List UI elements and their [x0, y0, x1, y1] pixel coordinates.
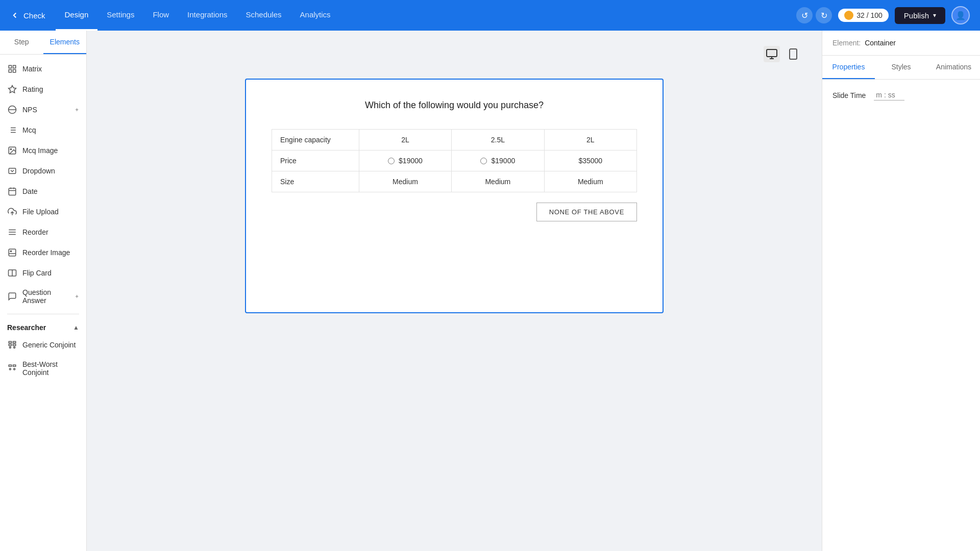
undo-button[interactable]: ↺: [796, 7, 813, 23]
avatar[interactable]: 👤: [951, 6, 970, 24]
researcher-chevron-icon: ▲: [73, 324, 79, 331]
option-2-engine: 2.5L: [452, 130, 544, 151]
sidebar-item-reorder[interactable]: Reorder: [0, 222, 86, 242]
nav-flow[interactable]: Flow: [143, 0, 178, 31]
svg-rect-35: [9, 365, 11, 366]
conjoint-table: Engine capacity 2L 2.5L 2L Price $19000: [272, 129, 637, 192]
sidebar-item-mcq[interactable]: Mcq: [0, 120, 86, 140]
nav-schedules[interactable]: Schedules: [237, 0, 291, 31]
sidebar-item-nps[interactable]: NPS ✦: [0, 99, 86, 120]
svg-rect-32: [13, 344, 16, 346]
option-3-engine: 2L: [544, 130, 636, 151]
svg-rect-31: [9, 344, 11, 346]
researcher-section[interactable]: Researcher ▲: [0, 318, 86, 335]
file-upload-icon: [7, 207, 17, 217]
mcq-label: Mcq: [22, 126, 36, 134]
nav-settings[interactable]: Settings: [97, 0, 143, 31]
table-row: Size Medium Medium Medium: [272, 171, 637, 192]
slide-time-row: Slide Time: [832, 90, 970, 101]
option-2-size: Medium: [452, 171, 544, 192]
generic-conjoint-icon: [7, 340, 17, 350]
tab-elements[interactable]: Elements: [43, 31, 87, 54]
sidebar-item-question-answer[interactable]: Question Answer ✦: [0, 283, 86, 310]
nps-icon: [7, 105, 17, 115]
table-row: Engine capacity 2L 2.5L 2L: [272, 130, 637, 151]
svg-rect-16: [9, 188, 16, 195]
sidebar-item-file-upload[interactable]: File Upload: [0, 202, 86, 222]
svg-point-25: [10, 251, 11, 252]
element-header: Element: Container: [822, 31, 980, 56]
sidebar-item-generic-conjoint[interactable]: Generic Conjoint: [0, 335, 86, 355]
date-icon: [7, 186, 17, 196]
element-label: Element:: [832, 39, 861, 47]
sidebar-item-best-worst-conjoint[interactable]: Best-Worst Conjoint: [0, 355, 86, 382]
svg-point-37: [9, 368, 11, 370]
reorder-label: Reorder: [22, 228, 48, 236]
redo-button[interactable]: ↻: [816, 7, 832, 23]
svg-point-33: [9, 346, 11, 348]
svg-rect-29: [9, 341, 11, 343]
back-label: Check: [23, 11, 45, 20]
slide-time-input[interactable]: [874, 90, 904, 101]
nps-label: NPS: [22, 106, 37, 114]
dropdown-icon: [7, 166, 17, 176]
dropdown-label: Dropdown: [22, 167, 55, 175]
tab-animations[interactable]: Animations: [927, 56, 980, 79]
back-button[interactable]: Check: [10, 11, 45, 20]
option-3-price: $35000: [544, 151, 636, 171]
right-panel-body: Slide Time: [822, 80, 980, 111]
svg-rect-24: [9, 249, 16, 256]
element-value: Container: [865, 39, 896, 47]
publish-chevron-icon: ▾: [933, 12, 936, 19]
right-panel: Element: Container Properties Styles Ani…: [822, 31, 980, 551]
option-2-price: $19000: [452, 151, 544, 171]
device-toolbar: [764, 46, 801, 62]
publish-label: Publish: [904, 11, 929, 20]
svg-marker-4: [9, 86, 16, 93]
svg-rect-0: [9, 65, 11, 68]
sidebar-item-reorder-image[interactable]: Reorder Image: [0, 242, 86, 263]
option-1-size: Medium: [359, 171, 451, 192]
main-layout: Step Elements Matrix Rating NPS: [0, 31, 980, 551]
sidebar-item-mcq-image[interactable]: Mcq Image: [0, 140, 86, 161]
svg-rect-2: [9, 70, 11, 72]
desktop-view-button[interactable]: [764, 46, 780, 62]
radio-option-1[interactable]: [388, 158, 395, 164]
flip-card-icon: [7, 268, 17, 278]
generic-conjoint-label: Generic Conjoint: [22, 341, 76, 349]
mobile-view-button[interactable]: [785, 46, 801, 62]
researcher-label: Researcher: [7, 323, 46, 332]
right-panel-tabs: Properties Styles Animations: [822, 56, 980, 80]
svg-point-14: [10, 148, 11, 149]
nav-analytics[interactable]: Analytics: [291, 0, 340, 31]
sidebar-item-date[interactable]: Date: [0, 181, 86, 202]
none-of-above-button[interactable]: NONE OF THE ABOVE: [536, 203, 637, 221]
rating-label: Rating: [22, 85, 43, 93]
nav-integrations[interactable]: Integrations: [178, 0, 236, 31]
canvas-area: Which of the following would you purchas…: [87, 31, 822, 551]
sidebar-item-rating[interactable]: Rating: [0, 79, 86, 99]
tab-step[interactable]: Step: [0, 31, 43, 54]
question-answer-label: Question Answer: [22, 288, 69, 305]
svg-rect-39: [767, 49, 777, 57]
qa-drag-icon: ✦: [75, 293, 79, 300]
sidebar-item-flip-card[interactable]: Flip Card: [0, 263, 86, 283]
option-3-size: Medium: [544, 171, 636, 192]
mcq-image-icon: [7, 145, 17, 156]
nav-center: Design Settings Flow Integrations Schedu…: [56, 0, 797, 31]
attr-size-label: Size: [272, 171, 359, 192]
tab-properties[interactable]: Properties: [822, 56, 875, 79]
publish-button[interactable]: Publish ▾: [895, 7, 945, 24]
sidebar: Step Elements Matrix Rating NPS: [0, 31, 87, 551]
flip-card-label: Flip Card: [22, 269, 52, 277]
sidebar-item-dropdown[interactable]: Dropdown: [0, 161, 86, 181]
sidebar-divider: [7, 314, 79, 314]
sidebar-item-matrix[interactable]: Matrix: [0, 59, 86, 79]
date-label: Date: [22, 187, 38, 195]
svg-rect-15: [9, 168, 16, 174]
nav-design[interactable]: Design: [56, 0, 98, 31]
matrix-label: Matrix: [22, 65, 42, 73]
radio-option-2[interactable]: [480, 158, 487, 164]
tab-styles[interactable]: Styles: [875, 56, 927, 79]
best-worst-conjoint-icon: [7, 363, 17, 373]
